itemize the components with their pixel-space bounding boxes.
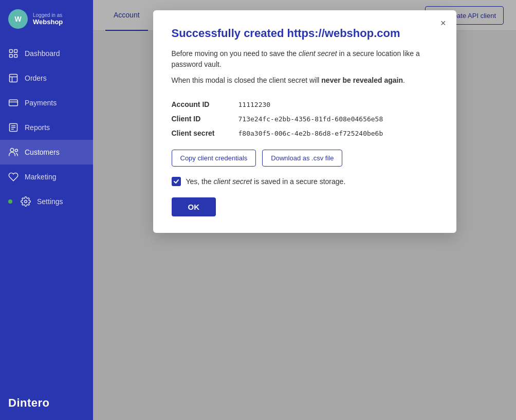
sidebar-item-orders-label: Orders [25, 74, 47, 82]
account-id-value: 11112230 [238, 101, 271, 108]
never-revealed-text: never be revealed again [321, 76, 403, 84]
modal-warning: When this modal is closed the client sec… [172, 75, 438, 86]
avatar: W [8, 9, 28, 29]
modal-overlay: × Successfully created https://webshop.c… [93, 0, 516, 420]
marketing-icon [8, 172, 19, 182]
sidebar-item-settings[interactable]: Settings [0, 189, 93, 214]
ok-button[interactable]: OK [172, 197, 216, 216]
svg-point-15 [25, 200, 27, 203]
sidebar-item-marketing-label: Marketing [25, 173, 56, 181]
svg-point-14 [15, 149, 17, 152]
settings-notification-dot [8, 199, 12, 204]
svg-rect-4 [10, 75, 17, 82]
modal-close-button[interactable]: × [440, 19, 446, 28]
sidebar-item-settings-label: Settings [37, 197, 63, 206]
brand-name: Dintero [8, 396, 50, 409]
username-label: Webshop [33, 18, 63, 26]
sidebar-item-marketing[interactable]: Marketing [0, 165, 93, 189]
client-secret-label: Client secret [172, 129, 238, 137]
account-id-label: Account ID [172, 100, 238, 108]
settings-icon [21, 196, 31, 207]
client-secret-row: Client secret f80a30f5-006c-4e2b-86d8-ef… [172, 126, 438, 140]
main-content: Account Create API client × Successfully… [93, 0, 516, 420]
sidebar-item-reports[interactable]: Reports [0, 115, 93, 140]
modal-action-buttons: Copy client credentials Download as .csv… [172, 150, 438, 167]
user-profile: W Logged in as Webshop [0, 0, 93, 41]
modal: × Successfully created https://webshop.c… [153, 10, 456, 233]
sidebar-item-dashboard[interactable]: Dashboard [0, 41, 93, 66]
sidebar-item-payments[interactable]: Payments [0, 90, 93, 115]
sidebar-item-reports-label: Reports [25, 123, 50, 132]
account-id-row: Account ID 11112230 [172, 97, 438, 112]
payments-icon [8, 98, 19, 108]
secure-storage-checkbox[interactable] [172, 177, 181, 186]
credentials-table: Account ID 11112230 Client ID 713e24fc-e… [172, 97, 438, 140]
sidebar-item-orders[interactable]: Orders [0, 66, 93, 90]
svg-rect-1 [14, 50, 17, 53]
svg-rect-7 [9, 100, 18, 106]
sidebar: W Logged in as Webshop Dashboard Orders … [0, 0, 93, 420]
reports-icon [8, 122, 19, 133]
client-id-value: 713e24fc-e2bb-4356-81fd-608e04656e58 [238, 115, 383, 123]
sidebar-bottom: Dintero [0, 386, 93, 420]
sidebar-item-customers-label: Customers [25, 148, 60, 156]
client-secret-italic-2: client secret [213, 177, 252, 186]
sidebar-item-customers[interactable]: Customers [0, 140, 93, 165]
user-info: Logged in as Webshop [33, 12, 63, 26]
modal-description: Before moving on you need to save the cl… [172, 48, 438, 70]
client-id-label: Client ID [172, 115, 238, 123]
sidebar-item-payments-label: Payments [25, 99, 57, 107]
checkmark-icon [173, 178, 179, 185]
logged-in-as-label: Logged in as [33, 12, 63, 18]
svg-point-13 [10, 149, 14, 152]
client-secret-value: f80a30f5-006c-4e2b-86d8-ef725240be6b [238, 130, 383, 137]
copy-credentials-button[interactable]: Copy client credentials [172, 150, 256, 167]
orders-icon [8, 73, 19, 83]
client-id-row: Client ID 713e24fc-e2bb-4356-81fd-608e04… [172, 112, 438, 126]
secure-storage-checkbox-row: Yes, the client secret is saved in a sec… [172, 177, 438, 186]
svg-rect-0 [10, 50, 13, 53]
checkbox-label: Yes, the client secret is saved in a sec… [186, 177, 346, 186]
download-csv-button[interactable]: Download as .csv file [262, 150, 342, 167]
svg-rect-3 [14, 54, 17, 58]
customers-icon [8, 147, 19, 157]
main-nav: Dashboard Orders Payments Reports Custom… [0, 41, 93, 214]
sidebar-item-dashboard-label: Dashboard [25, 49, 60, 58]
svg-rect-2 [10, 54, 13, 58]
client-secret-italic-1: client secret [299, 49, 337, 58]
dashboard-icon [8, 48, 19, 59]
modal-success-heading: Successfully created https://webshop.com [172, 27, 438, 40]
